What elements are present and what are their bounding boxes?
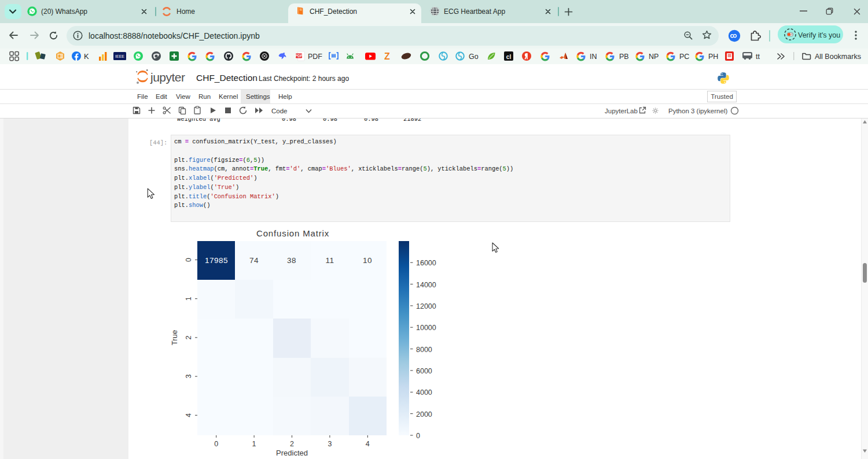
svg-text:3: 3 — [328, 440, 332, 448]
svg-text:True: True — [170, 330, 179, 345]
svg-text:PB: PB — [619, 53, 629, 61]
svg-text:tt: tt — [756, 53, 760, 61]
svg-text:12000: 12000 — [416, 302, 436, 310]
svg-text:2000: 2000 — [416, 410, 432, 419]
svg-text:0: 0 — [185, 258, 193, 262]
svg-text:PH: PH — [708, 53, 718, 61]
svg-text:PDF: PDF — [295, 54, 303, 58]
svg-text:0: 0 — [214, 440, 218, 448]
svg-text:cl: cl — [506, 54, 512, 60]
svg-text:4: 4 — [185, 413, 193, 417]
svg-text:K: K — [84, 52, 89, 61]
svg-text:IEEE: IEEE — [115, 54, 124, 58]
svg-text:16000: 16000 — [416, 259, 436, 267]
svg-text:3: 3 — [185, 375, 193, 379]
svg-text:2: 2 — [290, 440, 294, 448]
svg-text:NP: NP — [649, 53, 659, 61]
svg-text:1: 1 — [185, 297, 193, 301]
svg-text:2: 2 — [185, 335, 193, 339]
svg-text:1: 1 — [252, 440, 256, 448]
svg-text:0: 0 — [416, 432, 420, 440]
svg-text:Z: Z — [384, 51, 390, 61]
svg-text:PDF: PDF — [308, 53, 322, 61]
svg-text:14000: 14000 — [416, 281, 436, 289]
svg-text:IN: IN — [590, 53, 597, 61]
svg-text:All Bookmarks: All Bookmarks — [815, 53, 861, 61]
svg-text:4000: 4000 — [416, 388, 432, 397]
svg-text:8000: 8000 — [416, 346, 432, 354]
svg-text:Predicted: Predicted — [276, 449, 308, 457]
svg-text:10000: 10000 — [416, 324, 436, 332]
svg-text:4: 4 — [366, 440, 370, 448]
svg-text:Go: Go — [469, 53, 479, 61]
svg-text:6000: 6000 — [416, 367, 432, 375]
svg-text:PC: PC — [679, 53, 689, 61]
